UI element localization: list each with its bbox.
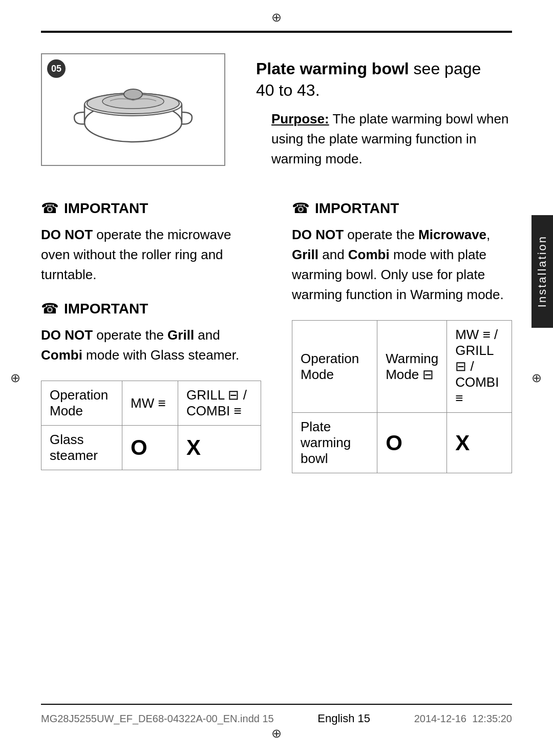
microwave-label: Microwave	[418, 227, 486, 242]
right-table: Operation Mode WarmingMode ⊟ MW ≡ /GRILL…	[292, 320, 512, 473]
footer-filename: MG28J5255UW_EF_DE68-04322A-00_EN.indd 15	[41, 713, 274, 725]
item-number-badge: 05	[47, 59, 66, 78]
right-table-h1: Operation Mode	[292, 321, 377, 413]
phone-icon-3: ☎	[292, 200, 310, 217]
right-column: ☎ IMPORTANT DO NOT operate the Microwave…	[292, 200, 512, 473]
left-table-x-value: X	[186, 435, 201, 459]
combi-label-right: Combi	[348, 247, 390, 262]
top-rule	[41, 31, 512, 33]
item-purpose: Purpose: The plate warming bowl when usi…	[256, 109, 512, 169]
sep-text: ,	[486, 227, 490, 242]
item-image-box: 05	[41, 53, 225, 166]
right-table-o-value: O	[386, 431, 402, 455]
purpose-label: Purpose:	[271, 111, 329, 127]
item-title-suffix: see page	[414, 59, 481, 78]
left-important2-header: ☎ IMPORTANT	[41, 300, 261, 317]
grill-label-left: Grill	[167, 327, 194, 343]
right-important1-header: ☎ IMPORTANT	[292, 200, 512, 217]
right-table-h2: WarmingMode ⊟	[377, 321, 447, 413]
svg-point-6	[124, 89, 142, 99]
right-table-d3: X	[447, 413, 512, 473]
right-important1-label: IMPORTANT	[315, 200, 399, 217]
top-crosshair: ⊕	[271, 10, 282, 25]
left-important2-section: ☎ IMPORTANT DO NOT operate the Grill and…	[41, 300, 261, 470]
right-table-d1: Platewarmingbowl	[292, 413, 377, 473]
side-tab: Installation	[531, 215, 553, 328]
combi-label-left: Combi	[41, 347, 82, 363]
left-column: ☎ IMPORTANT DO NOT operate the microwave…	[41, 200, 261, 473]
left-table-d1: Glasssteamer	[41, 426, 122, 470]
left-crosshair: ⊕	[10, 371, 20, 385]
footer-page: English 15	[317, 712, 370, 725]
do-not-3: DO NOT	[292, 227, 344, 242]
left-table-data-row: Glasssteamer O X	[41, 426, 261, 470]
left-important2-label: IMPORTANT	[64, 301, 148, 317]
left-important1-text: DO NOT operate the microwave oven withou…	[41, 225, 261, 285]
left-important1-label: IMPORTANT	[64, 200, 148, 217]
left-table-d3: X	[178, 426, 261, 470]
right-table-h3: MW ≡ /GRILL ⊟ /COMBI ≡	[447, 321, 512, 413]
right-table-data-row: Platewarmingbowl O X	[292, 413, 512, 473]
left-table-h3: GRILL ⊟ /COMBI ≡	[178, 381, 261, 426]
right-table-d2: O	[377, 413, 447, 473]
left-important2-body: mode with Glass steamer.	[82, 347, 239, 363]
left-important2-text: DO NOT operate the Grill and Combi mode …	[41, 325, 261, 365]
right-table-header-row: Operation Mode WarmingMode ⊟ MW ≡ /GRILL…	[292, 321, 512, 413]
right-table-x-value: X	[455, 431, 470, 455]
do-not-2: DO NOT	[41, 327, 93, 343]
right-important1-text: DO NOT operate the Microwave, Grill and …	[292, 225, 512, 305]
top-section: 05	[41, 53, 512, 169]
left-important1-header: ☎ IMPORTANT	[41, 200, 261, 217]
bottom-rule	[41, 704, 512, 705]
do-not-1: DO NOT	[41, 227, 93, 242]
phone-icon-2: ☎	[41, 300, 59, 317]
left-table-h1: OperationMode	[41, 381, 122, 426]
content-columns: ☎ IMPORTANT DO NOT operate the microwave…	[41, 200, 512, 473]
right-crosshair: ⊕	[531, 371, 542, 385]
grill-label-right: Grill	[292, 247, 318, 262]
side-tab-label: Installation	[536, 235, 549, 307]
page-footer: MG28J5255UW_EF_DE68-04322A-00_EN.indd 15…	[41, 712, 512, 725]
left-table-o-value: O	[131, 435, 147, 459]
phone-icon-1: ☎	[41, 200, 59, 217]
left-table: OperationMode MW ≡ GRILL ⊟ /COMBI ≡ Glas…	[41, 381, 261, 470]
and-text-right: and	[318, 247, 348, 262]
item-title-name: Plate warming bowl	[256, 59, 409, 78]
footer-date: 2014-12-16 12:35:20	[414, 713, 512, 725]
left-table-d2: O	[122, 426, 178, 470]
item-title: Plate warming bowl see page 40 to 43.	[256, 58, 512, 101]
item-description: Plate warming bowl see page 40 to 43. Pu…	[256, 53, 512, 169]
and-text: and	[194, 327, 220, 343]
item-page-range: 40 to 43.	[256, 81, 320, 99]
bottom-crosshair: ⊕	[271, 726, 282, 741]
left-table-h2: MW ≡	[122, 381, 178, 426]
bowl-svg	[72, 69, 195, 151]
page-container: ⊕ ⊕ ⊕ 05	[0, 0, 553, 756]
left-table-header-row: OperationMode MW ≡ GRILL ⊟ /COMBI ≡	[41, 381, 261, 426]
